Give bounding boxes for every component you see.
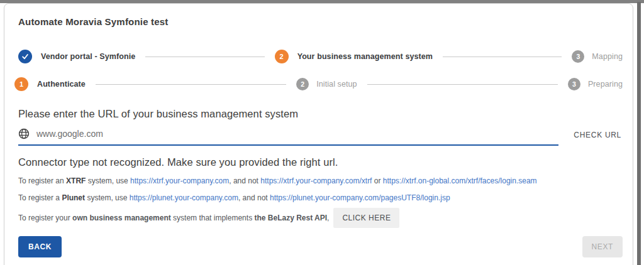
note-text: To register a bbox=[18, 193, 62, 202]
check-icon bbox=[21, 53, 29, 60]
note-bold: the BeLazy Rest API bbox=[254, 214, 327, 222]
xtrf-onglobal-url-link[interactable]: https://xtrf.on-global.com/xtrf/faces/lo… bbox=[383, 176, 537, 185]
note-text: , and not bbox=[238, 193, 270, 202]
note-bold: XTRF bbox=[66, 176, 86, 185]
plunet-url-link[interactable]: https://plunet.your-company.com bbox=[130, 193, 238, 202]
step-vendor-portal[interactable]: Vendor portal - Symfonie bbox=[14, 50, 135, 63]
step-label: Mapping bbox=[592, 52, 623, 61]
step-initial-setup[interactable]: 2 Initial setup bbox=[296, 78, 357, 90]
step-number-circle: 3 bbox=[568, 78, 580, 90]
step-label: Authenticate bbox=[37, 80, 86, 89]
page-title: Automate Moravia Symfonie test bbox=[18, 16, 623, 27]
window-top-edge bbox=[0, 0, 644, 3]
stepper-secondary: 1 Authenticate 2 Initial setup 3 Prepari… bbox=[14, 77, 623, 91]
step-label: Initial setup bbox=[316, 80, 357, 89]
step-number-circle: 1 bbox=[14, 77, 28, 91]
xtrf-url-link[interactable]: https://xtrf.your-company.com bbox=[130, 176, 229, 185]
step-label: Vendor portal - Symfonie bbox=[41, 52, 135, 61]
note-text: , bbox=[327, 214, 329, 222]
note-text: system that implements bbox=[171, 214, 255, 222]
step-authenticate[interactable]: 1 Authenticate bbox=[14, 77, 86, 91]
step-connector bbox=[367, 84, 558, 85]
check-url-button[interactable]: CHECK URL bbox=[572, 131, 623, 146]
step-completed-circle bbox=[18, 50, 32, 63]
note-text-group: To register your own business management… bbox=[18, 214, 329, 222]
url-input-row: CHECK URL bbox=[18, 128, 623, 146]
globe-icon bbox=[18, 128, 30, 139]
step-business-system[interactable]: 2 Your business management system bbox=[275, 50, 433, 63]
back-button[interactable]: BACK bbox=[18, 236, 62, 257]
step-number-circle: 2 bbox=[296, 78, 309, 90]
step-preparing[interactable]: 3 Preparing bbox=[568, 78, 623, 90]
step-connector bbox=[443, 57, 562, 57]
belazy-note: To register your own business management… bbox=[18, 208, 623, 228]
note-bold: own business management bbox=[72, 214, 171, 222]
plunet-wrong-url-link[interactable]: https://plunet.your-company.com/pagesUTF… bbox=[270, 193, 450, 202]
xtrf-wrong-url-link[interactable]: https://xtrf.your-company.com/xtrf bbox=[260, 176, 372, 185]
step-number-circle: 2 bbox=[275, 50, 289, 63]
url-input-wrap bbox=[18, 128, 558, 146]
vertical-scrollbar[interactable] bbox=[637, 2, 641, 265]
note-text: To register your bbox=[18, 214, 72, 222]
note-text: To register an bbox=[18, 176, 66, 185]
url-input[interactable] bbox=[36, 129, 558, 139]
error-heading: Connector type not recognized. Make sure… bbox=[18, 156, 623, 168]
next-button[interactable]: NEXT bbox=[582, 236, 623, 257]
wizard-dialog: Automate Moravia Symfonie test Vendor po… bbox=[4, 3, 633, 265]
note-text: system, use bbox=[86, 176, 130, 185]
note-text: system, use bbox=[85, 193, 130, 202]
click-here-button[interactable]: CLICK HERE bbox=[333, 208, 399, 228]
stepper-primary: Vendor portal - Symfonie 2 Your business… bbox=[14, 50, 623, 63]
step-label: Your business management system bbox=[297, 52, 433, 61]
step-connector bbox=[96, 84, 286, 85]
plunet-note: To register a Plunet system, use https:/… bbox=[18, 193, 623, 202]
note-bold: Plunet bbox=[62, 193, 85, 202]
note-text: or bbox=[372, 176, 382, 185]
xtrf-note: To register an XTRF system, use https://… bbox=[18, 176, 623, 185]
step-mapping[interactable]: 3 Mapping bbox=[572, 50, 623, 63]
wizard-footer: BACK NEXT bbox=[14, 236, 623, 257]
step-number-circle: 3 bbox=[572, 50, 584, 63]
url-section-heading: Please enter the URL of your business ma… bbox=[18, 108, 623, 120]
step-connector bbox=[145, 57, 264, 57]
note-text: , and not bbox=[229, 176, 260, 185]
step-label: Preparing bbox=[588, 80, 623, 89]
